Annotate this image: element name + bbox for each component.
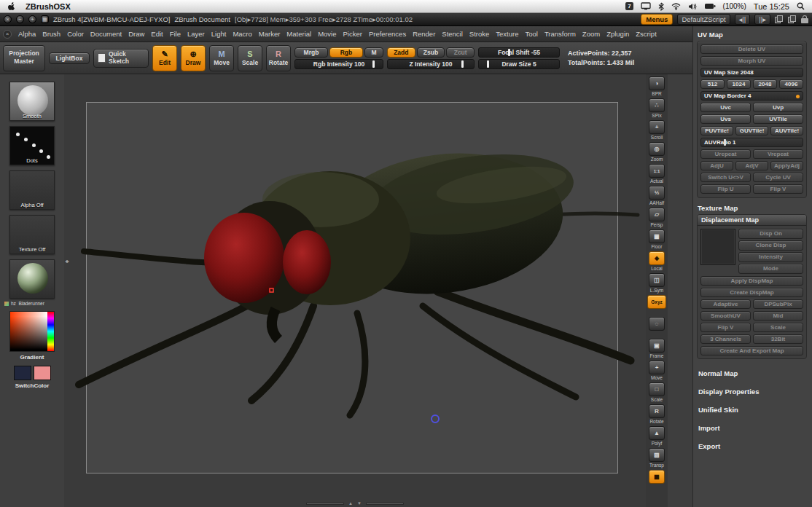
secondary-color-swatch[interactable] <box>34 366 51 380</box>
rotate-viewport-icon[interactable]: R <box>649 404 665 418</box>
uvtile-button[interactable]: UVTile <box>753 114 803 124</box>
uv-size-1024-button[interactable]: 1024 <box>727 79 751 89</box>
floor-grid-icon[interactable]: ▦ <box>649 229 665 243</box>
shelf-item-local[interactable]: ◈Local <box>649 251 665 272</box>
zcut-button[interactable]: Zcut <box>446 47 475 58</box>
zoom-icon[interactable]: ◎ <box>649 142 665 156</box>
spotlight-search-icon[interactable] <box>797 2 805 10</box>
menu-item-file[interactable]: File <box>167 28 184 39</box>
shelf-item-frame[interactable]: ▣Frame <box>649 339 665 360</box>
displacement-thumbnail[interactable] <box>700 229 735 265</box>
uv-map-size-slider[interactable]: UV Map Size 2048 <box>700 68 803 77</box>
applyadj-button[interactable]: ApplyAdj <box>770 161 803 170</box>
draw-button[interactable]: ⊕ Draw <box>181 45 206 71</box>
scrollbar-track[interactable] <box>366 503 404 505</box>
mid-slider[interactable]: Mid <box>753 311 803 321</box>
shelf-item-transp[interactable]: ▨Transp <box>649 448 665 469</box>
import-header[interactable]: Import <box>697 424 807 432</box>
current-material-thumbnail[interactable] <box>9 259 55 299</box>
slider-thumb[interactable] <box>372 60 375 68</box>
menu-close-icon[interactable]: × <box>3 30 12 39</box>
guvtile-button[interactable]: GUVTile! <box>735 126 768 135</box>
gradient-button[interactable]: Gradient <box>20 354 44 361</box>
default-zscript-button[interactable]: DefaultZScript <box>677 14 730 25</box>
mrgb-button[interactable]: Mrgb <box>294 47 328 58</box>
menu-item-layer[interactable]: Layer <box>184 28 208 39</box>
bpr-icon[interactable]: ◑ <box>649 76 665 90</box>
puvtile-button[interactable]: PUVTile! <box>700 126 733 135</box>
projection-master-button[interactable]: Projection Master <box>3 45 45 71</box>
menu-item-stroke[interactable]: Stroke <box>466 28 492 39</box>
current-brush-thumbnail[interactable]: Smooth <box>9 82 55 121</box>
shelf-item-lsym[interactable]: ◫L.Sym <box>649 273 665 294</box>
volume-icon[interactable] <box>688 3 697 10</box>
three-channels-button[interactable]: 3 Channels <box>700 334 751 344</box>
main-color-swatch[interactable] <box>14 366 31 380</box>
rgb-intensity-slider[interactable]: Rgb Intensity 100 <box>294 59 383 69</box>
slider-thumb[interactable] <box>461 60 464 68</box>
scroll-icon[interactable]: + <box>649 120 665 134</box>
uv-size-4096-button[interactable]: 4096 <box>779 79 803 89</box>
frame-icon[interactable]: ▣ <box>649 339 665 353</box>
saturation-value-square[interactable] <box>10 312 47 351</box>
spix-icon[interactable]: ∴ <box>649 98 665 112</box>
move-button[interactable]: M Move <box>209 45 234 71</box>
normal-map-header[interactable]: Normal Map <box>697 369 807 377</box>
flip-v-button[interactable]: Flip V <box>753 184 803 194</box>
local-symmetry-icon[interactable]: ◫ <box>649 273 665 287</box>
copy-document-icon[interactable] <box>775 15 784 24</box>
color-picker[interactable] <box>9 311 55 352</box>
shelf-item-actual[interactable]: 1:1Actual <box>649 164 665 185</box>
shelf-item-polyf[interactable]: ▲Polyf <box>649 426 665 447</box>
disp-scale-slider[interactable]: Scale <box>753 323 803 332</box>
m-button[interactable]: M <box>364 47 383 58</box>
shelf-item-bpr[interactable]: ◑BPR <box>649 76 665 98</box>
create-and-export-map-button[interactable]: Create And Export Map <box>700 346 803 355</box>
unified-skin-header[interactable]: Unified Skin <box>697 406 807 414</box>
shelf-item-spix[interactable]: ∴SPix <box>649 98 665 119</box>
menu-item-zoom[interactable]: Zoom <box>579 28 603 39</box>
menu-item-tool[interactable]: Tool <box>522 28 540 39</box>
morph-uv-button[interactable]: Morph UV <box>700 56 803 66</box>
input-source-icon[interactable]: 7 <box>625 2 633 10</box>
zoom-window-button[interactable]: + <box>28 15 36 23</box>
export-header[interactable]: Export <box>697 442 807 450</box>
apple-menu-icon[interactable] <box>7 1 15 11</box>
z-intensity-slider[interactable]: Z Intensity 100 <box>387 59 475 69</box>
menu-item-edit[interactable]: Edit <box>148 28 165 39</box>
tray-divider-arrows[interactable]: ◂▸ <box>65 258 68 264</box>
gxyz-icon[interactable]: Gxyz <box>647 295 666 309</box>
create-dispmap-button[interactable]: Create DispMap <box>700 288 803 297</box>
menu-item-macro[interactable]: Macro <box>230 28 254 39</box>
urepeat-button[interactable]: Urepeat <box>700 149 751 159</box>
lock-icon[interactable] <box>801 15 808 23</box>
shelf-item-scale[interactable]: □Scale <box>649 382 665 404</box>
uv-size-512-button[interactable]: 512 <box>700 79 725 89</box>
scroll-left-button[interactable]: ◂|| <box>735 14 751 25</box>
slider-thumb[interactable] <box>487 60 489 68</box>
uv-map-header[interactable]: UV Map <box>698 31 806 39</box>
shelf-item-move[interactable]: +Move <box>649 361 665 382</box>
menu-item-zscript[interactable]: Zscript <box>633 28 660 39</box>
wifi-icon[interactable] <box>671 3 681 10</box>
shelf-item-gxyz[interactable]: Gxyz <box>647 295 666 316</box>
auvratio-slider[interactable]: AUVRatio 1 <box>700 138 803 147</box>
clone-disp-button[interactable]: Clone Disp <box>738 240 803 251</box>
slider-thumb[interactable] <box>508 49 510 56</box>
dpsubpix-slider[interactable]: DPSubPix <box>753 299 803 309</box>
uvs-button[interactable]: Uvs <box>700 114 751 124</box>
shelf-item-aahalf[interactable]: ½AAHalf <box>649 186 665 207</box>
menu-item-picker[interactable]: Picker <box>340 28 365 39</box>
edit-button[interactable]: ✎ Edit <box>152 45 177 71</box>
vrepeat-button[interactable]: Vrepeat <box>753 149 803 159</box>
adaptive-button[interactable]: Adaptive <box>700 299 751 309</box>
texture-map-header[interactable]: Texture Map <box>698 204 806 212</box>
hue-strip[interactable] <box>47 312 54 351</box>
thirtytwo-bit-button[interactable]: 32Bit <box>753 334 803 344</box>
shelf-item-orbit[interactable]: ◌ <box>649 317 665 338</box>
menu-item-movie[interactable]: Movie <box>315 28 339 39</box>
shelf-item-floor[interactable]: ▦Floor <box>649 229 665 251</box>
displacement-map-header[interactable]: Displacement Map <box>698 215 806 226</box>
menubar-app-name[interactable]: ZBrushOSX <box>26 2 71 11</box>
disp-intensity-slider[interactable]: Intensity <box>738 252 803 262</box>
